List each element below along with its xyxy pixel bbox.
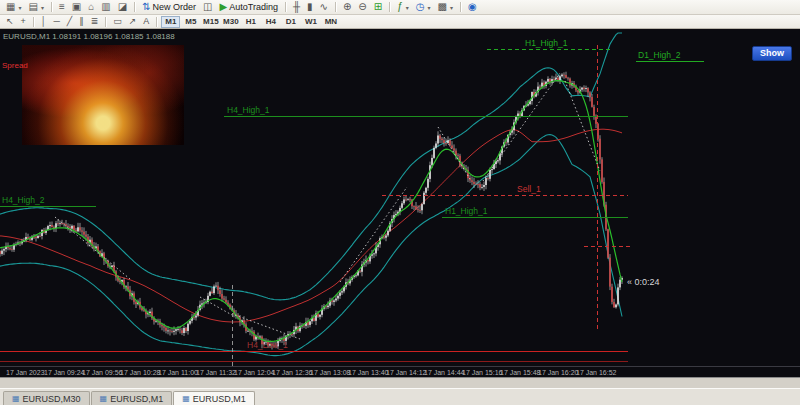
metaeditor-icon: ◫ bbox=[203, 2, 212, 12]
toolbar-main: ▦▾▤▾≡▣⌂▥◪⇅New Order◫▶AutoTrading╫▮∿⊕⊖⊞ƒ▾… bbox=[0, 0, 800, 15]
arrows-icon: ↗ bbox=[129, 17, 137, 26]
show-button[interactable]: Show bbox=[752, 46, 792, 61]
chart-tab-icon: ▦ bbox=[12, 395, 20, 403]
trendline-button[interactable]: ╱ bbox=[64, 16, 75, 28]
time-axis-label: 17 Jan 15:16 bbox=[462, 369, 503, 376]
level-label: Sell_1 bbox=[517, 184, 541, 194]
equidistant-channel-icon: ∥ bbox=[79, 17, 84, 26]
cursor-button[interactable]: ↖ bbox=[3, 16, 17, 28]
time-axis-label: 17 Jan 11:00 bbox=[158, 369, 198, 376]
chart-tab-icon: ▦ bbox=[182, 395, 190, 403]
fibonacci-button[interactable]: ≣ bbox=[88, 16, 102, 28]
new-chart-icon: ▦ bbox=[6, 2, 15, 12]
time-axis-label: 17 Jan 15:48 bbox=[500, 369, 541, 376]
dropdown-arrow-icon: ▾ bbox=[450, 4, 453, 11]
time-axis-label: 17 Jan 2023 bbox=[6, 369, 45, 376]
templates-icon: ▩ bbox=[437, 2, 446, 12]
strategy-tester-icon: ◪ bbox=[118, 2, 127, 12]
autotrading-button[interactable]: ▶AutoTrading bbox=[217, 1, 281, 13]
new-order-label: New Order bbox=[153, 2, 197, 12]
toolbar-drawing: ↖+│─╱∥≣▭↗AM1M5M15M30H1H4D1W1MN bbox=[0, 15, 800, 29]
crosshair-button[interactable]: + bbox=[18, 16, 29, 28]
navigator-icon: ⌂ bbox=[88, 2, 94, 12]
timeframe-m1-button[interactable]: M1 bbox=[161, 16, 180, 28]
time-axis-label: 17 Jan 16:52 bbox=[576, 369, 617, 376]
chart-tab-label: EURUSD,M1 bbox=[110, 394, 163, 404]
shapes-button[interactable]: ▭ bbox=[110, 16, 125, 28]
zoom-out-button[interactable]: ⊖ bbox=[355, 1, 369, 13]
timeframe-h1-button[interactable]: H1 bbox=[241, 16, 260, 28]
data-window-button[interactable]: ▣ bbox=[69, 1, 84, 13]
toolbar-separator bbox=[33, 17, 34, 27]
spread-label: Spread bbox=[2, 61, 28, 70]
navigator-button[interactable]: ⌂ bbox=[85, 1, 97, 13]
chart-bars-button[interactable]: ╫ bbox=[290, 1, 303, 13]
fibonacci-icon: ≣ bbox=[91, 17, 99, 26]
chart-tab[interactable]: ▦EURUSD,M30 bbox=[3, 391, 90, 405]
chart-line-button[interactable]: ∿ bbox=[317, 1, 331, 13]
timeframe-mn-button[interactable]: MN bbox=[321, 16, 340, 28]
slow-ma-line bbox=[0, 129, 622, 322]
tile-windows-button[interactable]: ⊞ bbox=[371, 1, 385, 13]
help-icon: ◉ bbox=[468, 2, 477, 12]
indicators-button[interactable]: ƒ▾ bbox=[394, 1, 412, 13]
time-axis-label: 17 Jan 12:36 bbox=[272, 369, 313, 376]
time-axis-label: 17 Jan 14:44 bbox=[424, 369, 465, 376]
vertical-line-button[interactable]: │ bbox=[38, 16, 50, 28]
help-button[interactable]: ◉ bbox=[465, 1, 480, 13]
signal-dotted-line bbox=[340, 187, 407, 282]
timeframe-m30-button[interactable]: M30 bbox=[221, 16, 240, 28]
level-label: H1_High_1 bbox=[445, 206, 488, 216]
timeframe-w1-button[interactable]: W1 bbox=[301, 16, 320, 28]
timeframe-d1-button[interactable]: D1 bbox=[281, 16, 300, 28]
profiles-button[interactable]: ▤▾ bbox=[25, 1, 46, 13]
toolbar-separator bbox=[156, 17, 157, 27]
level-label: H4_Low_1 bbox=[247, 340, 288, 350]
time-axis-label: 17 Jan 13:40 bbox=[348, 369, 389, 376]
level-label: H4_High_2 bbox=[2, 195, 45, 205]
chart-tab-icon: ▦ bbox=[100, 395, 108, 403]
timeframe-m5-button[interactable]: M5 bbox=[181, 16, 200, 28]
timeframe-h4-button[interactable]: H4 bbox=[261, 16, 280, 28]
toolbar-separator bbox=[285, 2, 286, 12]
new-chart-button[interactable]: ▦▾ bbox=[3, 1, 24, 13]
chart-tab[interactable]: ▦EURUSD,M1 bbox=[173, 391, 255, 405]
text-button[interactable]: A bbox=[140, 16, 152, 28]
cursor-icon: ↖ bbox=[6, 17, 14, 26]
tile-windows-icon: ⊞ bbox=[374, 2, 382, 12]
chart-candles-button[interactable]: ▮ bbox=[304, 1, 316, 13]
level-label: H4_High_1 bbox=[227, 105, 270, 115]
chart-tab[interactable]: ▦EURUSD,M1 bbox=[91, 391, 173, 405]
toolbar-separator bbox=[389, 2, 390, 12]
dropdown-arrow-icon: ▾ bbox=[406, 4, 409, 11]
timeframe-m15-button[interactable]: M15 bbox=[201, 16, 220, 28]
bollinger-lower-line bbox=[0, 135, 622, 356]
chart-line-icon: ∿ bbox=[320, 2, 328, 12]
strategy-tester-button[interactable]: ◪ bbox=[115, 1, 130, 13]
chart-tab-label: EURUSD,M30 bbox=[23, 394, 81, 404]
chart-area[interactable]: H1_High_1D1_High_2H4_High_1H4_High_2H1_H… bbox=[0, 29, 800, 377]
profiles-icon: ▤ bbox=[28, 2, 37, 12]
metaeditor-button[interactable]: ◫ bbox=[200, 1, 215, 13]
horizontal-line-button[interactable]: ─ bbox=[50, 16, 62, 28]
equidistant-channel-button[interactable]: ∥ bbox=[76, 16, 87, 28]
periods-button[interactable]: ◷▾ bbox=[413, 1, 434, 13]
zoom-out-icon: ⊖ bbox=[358, 2, 366, 12]
dropdown-arrow-icon: ▾ bbox=[41, 4, 44, 11]
chart-tab-label: EURUSD,M1 bbox=[193, 394, 246, 404]
mt4-window: ▦▾▤▾≡▣⌂▥◪⇅New Order◫▶AutoTrading╫▮∿⊕⊖⊞ƒ▾… bbox=[0, 0, 800, 405]
terminal-button[interactable]: ▥ bbox=[98, 1, 113, 13]
time-axis-label: 17 Jan 14:12 bbox=[386, 369, 427, 376]
market-watch-button[interactable]: ≡ bbox=[56, 1, 68, 13]
arrows-button[interactable]: ↗ bbox=[126, 16, 140, 28]
toolbar-separator bbox=[105, 17, 106, 27]
market-watch-icon: ≡ bbox=[59, 2, 65, 12]
dragon-image bbox=[22, 45, 184, 145]
time-axis-label: 17 Jan 13:08 bbox=[310, 369, 351, 376]
indicators-icon: ƒ bbox=[397, 2, 403, 12]
shapes-icon: ▭ bbox=[113, 17, 122, 26]
templates-button[interactable]: ▩▾ bbox=[434, 1, 455, 13]
toolbar-separator bbox=[335, 2, 336, 12]
new-order-button[interactable]: ⇅New Order bbox=[139, 1, 199, 13]
zoom-in-button[interactable]: ⊕ bbox=[340, 1, 354, 13]
